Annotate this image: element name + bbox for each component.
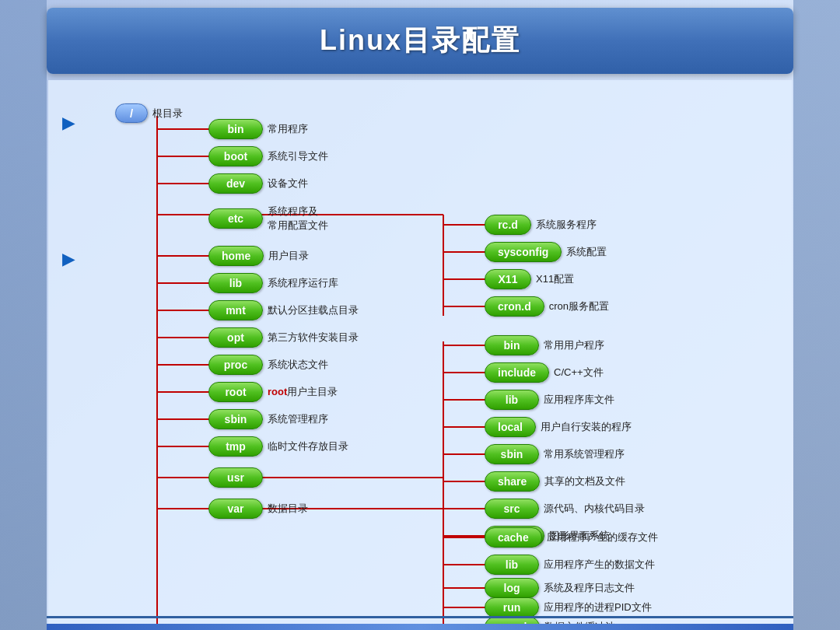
dir-boot: boot 系统引导文件 [208, 146, 328, 166]
label-root: root用户主目录 [268, 385, 338, 399]
dir-opt: opt 第三方软件安装目录 [208, 327, 359, 348]
label-sysconfig: 系统配置 [566, 245, 607, 259]
node-mnt: mnt [208, 300, 263, 320]
dir-usr-bin: bin 常用用户程序 [485, 335, 604, 355]
node-home: home [208, 246, 264, 266]
node-root: root [208, 382, 263, 402]
label-tmp: 临时文件存放目录 [268, 439, 348, 453]
dir-sysconfig: sysconfig 系统配置 [485, 242, 607, 262]
label-x11: X11配置 [536, 272, 574, 286]
node-usr-sbin: sbin [485, 444, 539, 464]
node-var-cache: cache [485, 527, 542, 548]
label-crond: cron服务配置 [549, 299, 609, 313]
node-sysconfig: sysconfig [485, 242, 562, 262]
node-usr-bin: bin [485, 335, 539, 355]
label-etc: 系统程序及 常用配置文件 [268, 205, 328, 233]
label-sbin: 系统管理程序 [268, 412, 328, 426]
node-opt: opt [208, 327, 263, 348]
label-lib: 系统程序运行库 [268, 276, 338, 290]
node-usr-share: share [485, 471, 540, 492]
page-title: Linux目录配置 [320, 24, 520, 56]
node-usr-include: include [485, 362, 549, 383]
node-var-lib: lib [485, 555, 539, 575]
dir-crond: cron.d cron服务配置 [485, 296, 609, 317]
node-bin: bin [208, 119, 263, 139]
dir-usr-share: share 其享的文档及文件 [485, 471, 625, 492]
dir-var-lib: lib 应用程序产生的数据文件 [485, 555, 655, 575]
label-home: 用户目录 [268, 249, 309, 263]
node-var-log: log [485, 578, 539, 598]
label-usr-local: 用户自行安装的程序 [541, 420, 632, 434]
label-usr-bin: 常用用户程序 [544, 338, 604, 352]
root-label: 根目录 [152, 107, 183, 121]
label-usr-sbin: 常用系统管理程序 [544, 447, 625, 461]
dir-var: var 数据目录 [208, 499, 308, 519]
root-node: / [115, 103, 148, 123]
label-var-lib: 应用程序产生的数据文件 [544, 558, 655, 572]
node-usr: usr [208, 467, 263, 488]
root-node-item: / 根目录 [115, 103, 183, 123]
label-rcd: 系统服务程序 [536, 218, 597, 232]
label-bin: 常用程序 [268, 122, 308, 136]
label-boot: 系统引导文件 [268, 149, 328, 163]
dir-x11: X11 X11配置 [485, 269, 574, 289]
dir-root: root root用户主目录 [208, 382, 338, 402]
label-usr-share: 其享的文档及文件 [544, 474, 625, 488]
label-var-run: 应用程序的进程PID文件 [544, 600, 652, 614]
node-proc: proc [208, 355, 263, 375]
dir-dev: dev 设备文件 [208, 173, 308, 194]
dir-var-log: log 系统及程序日志文件 [485, 578, 635, 598]
dir-var-cache: cache 应用程序产生的缓存文件 [485, 527, 658, 548]
label-var-log: 系统及程序日志文件 [544, 581, 635, 595]
node-lib: lib [208, 273, 263, 293]
dir-bin: bin 常用程序 [208, 119, 308, 139]
node-usr-local: local [485, 417, 536, 437]
bottom-bar [47, 624, 793, 630]
dir-var-run: run 应用程序的进程PID文件 [485, 597, 652, 618]
dir-etc: etc 系统程序及 常用配置文件 [208, 205, 328, 233]
node-etc: etc [208, 208, 263, 229]
dir-usr: usr [208, 467, 263, 488]
diagram-svg [62, 86, 778, 630]
node-var-run: run [485, 597, 539, 618]
node-x11: X11 [485, 269, 531, 289]
dir-proc: proc 系统状态文件 [208, 355, 328, 375]
node-boot: boot [208, 146, 263, 166]
label-dev: 设备文件 [268, 177, 308, 191]
node-usr-src: src [485, 499, 539, 519]
dir-usr-include: include C/C++文件 [485, 362, 604, 383]
label-usr-include: C/C++文件 [554, 366, 604, 380]
label-mnt: 默认分区挂载点目录 [268, 303, 359, 317]
label-proc: 系统状态文件 [268, 358, 328, 372]
label-opt: 第三方软件安装目录 [268, 331, 359, 345]
bullet-arrow-2: ▶ [62, 250, 74, 268]
node-rcd: rc.d [485, 215, 531, 235]
node-tmp: tmp [208, 436, 263, 457]
bottom-line [47, 616, 793, 618]
dir-mnt: mnt 默认分区挂载点目录 [208, 300, 359, 320]
label-usr-lib: 应用程序库文件 [544, 393, 614, 407]
diagram-container: / 根目录 ▶ bin 常用程序 boot 系统引导文件 dev 设备文件 et… [62, 86, 778, 630]
node-dev: dev [208, 173, 263, 194]
dir-usr-local: local 用户自行安装的程序 [485, 417, 632, 437]
node-crond: cron.d [485, 296, 544, 317]
node-var: var [208, 499, 263, 519]
dir-lib: lib 系统程序运行库 [208, 273, 338, 293]
node-usr-lib: lib [485, 390, 539, 410]
node-sbin: sbin [208, 409, 263, 429]
dir-rcd: rc.d 系统服务程序 [485, 215, 597, 235]
label-usr-src: 源代码、内核代码目录 [544, 502, 645, 516]
dir-home: home 用户目录 [208, 246, 309, 266]
dir-tmp: tmp 临时文件存放目录 [208, 436, 348, 457]
label-var: 数据目录 [268, 502, 308, 516]
label-var-cache: 应用程序产生的缓存文件 [547, 530, 658, 544]
dir-usr-src: src 源代码、内核代码目录 [485, 499, 645, 519]
title-bar: Linux目录配置 [47, 8, 793, 74]
dir-usr-sbin: sbin 常用系统管理程序 [485, 444, 625, 464]
dir-usr-lib: lib 应用程序库文件 [485, 390, 614, 410]
dir-sbin: sbin 系统管理程序 [208, 409, 328, 429]
bullet-arrow-1: ▶ [62, 114, 74, 132]
